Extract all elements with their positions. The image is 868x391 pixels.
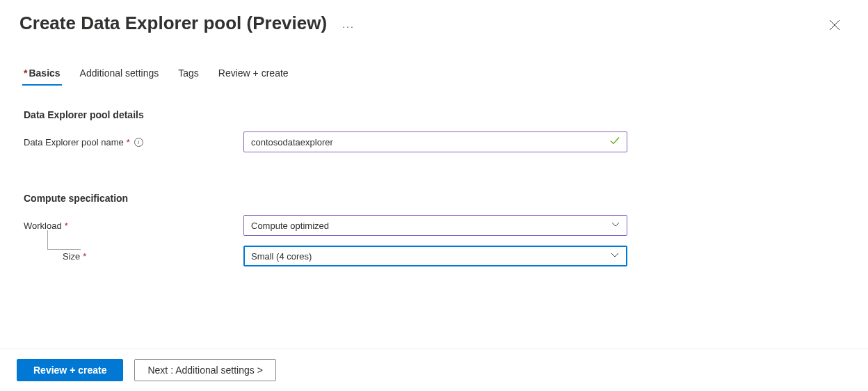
tab-basics[interactable]: *Basics	[24, 67, 61, 84]
tab-label: Review + create	[218, 67, 289, 79]
label-size-text: Size	[63, 251, 80, 262]
required-asterisk: *	[24, 67, 27, 79]
required-asterisk: *	[83, 251, 86, 262]
info-icon[interactable]: i	[134, 138, 143, 147]
workload-select-value: Compute optimized	[251, 221, 329, 231]
section-compute-heading: Compute specification	[24, 193, 868, 204]
page-title-text: Create Data Explorer pool (Preview)	[19, 13, 327, 34]
tabs: *Basics Additional settings Tags Review …	[0, 34, 868, 84]
form-content: Data Explorer pool details Data Explorer…	[0, 84, 868, 266]
label-pool-name: Data Explorer pool name * i	[24, 137, 243, 147]
label-workload-text: Workload	[24, 221, 62, 231]
required-asterisk: *	[127, 137, 130, 147]
page-title: Create Data Explorer pool (Preview) ···	[19, 13, 355, 34]
tab-review-create[interactable]: Review + create	[218, 67, 289, 84]
required-asterisk: *	[65, 221, 68, 231]
pool-name-input[interactable]	[243, 131, 627, 152]
size-select[interactable]: Small (4 cores)	[243, 246, 627, 266]
tab-label: Basics	[29, 67, 60, 79]
row-size: Size * Small (4 cores)	[24, 246, 868, 266]
tab-label: Tags	[178, 67, 199, 79]
review-create-button[interactable]: Review + create	[17, 359, 123, 381]
size-select-value: Small (4 cores)	[251, 251, 312, 262]
label-pool-name-text: Data Explorer pool name	[24, 137, 124, 147]
tab-label: Additional settings	[80, 67, 159, 79]
label-size: Size *	[24, 251, 243, 262]
close-button[interactable]	[826, 17, 843, 33]
tab-tags[interactable]: Tags	[178, 67, 199, 84]
tab-additional-settings[interactable]: Additional settings	[80, 67, 159, 84]
footer: Review + create Next : Additional settin…	[0, 349, 868, 391]
workload-select[interactable]: Compute optimized	[243, 215, 627, 236]
chevron-down-icon	[611, 251, 619, 262]
next-button[interactable]: Next : Additional settings >	[134, 359, 275, 381]
row-pool-name: Data Explorer pool name * i	[24, 131, 868, 152]
row-workload: Workload * Compute optimized	[24, 215, 868, 236]
section-pool-details-heading: Data Explorer pool details	[24, 109, 868, 120]
close-icon	[829, 19, 840, 31]
tree-connector-icon	[47, 230, 81, 250]
label-workload: Workload *	[24, 221, 243, 231]
chevron-down-icon	[611, 221, 620, 231]
more-options-icon[interactable]: ···	[342, 21, 355, 32]
